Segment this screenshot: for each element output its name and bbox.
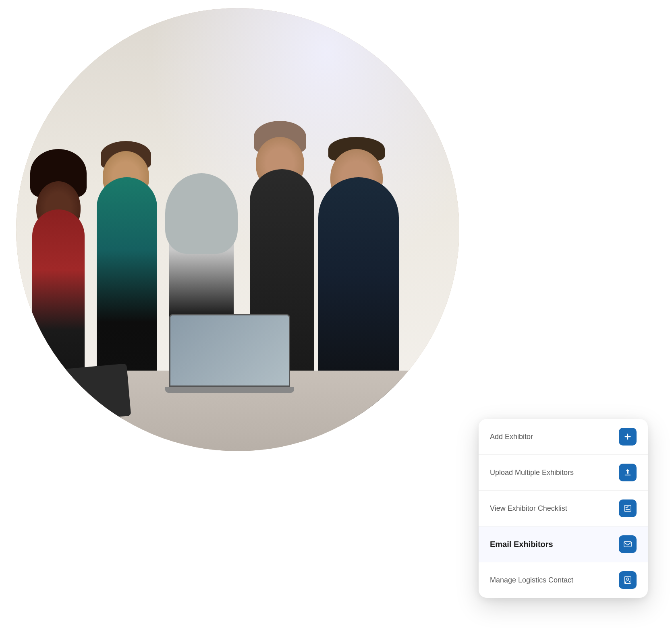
menu-item-view-checklist[interactable]: View Exhibitor Checklist — [479, 491, 648, 526]
laptop — [169, 314, 290, 403]
action-menu: Add Exhibitor Upload Multiple Exhibitors… — [479, 419, 648, 598]
menu-label-manage-logistics: Manage Logistics Contact — [490, 576, 573, 584]
menu-item-email-exhibitors[interactable]: Email Exhibitors — [479, 526, 648, 562]
main-scene: Add Exhibitor Upload Multiple Exhibitors… — [0, 0, 672, 630]
menu-label-email-exhibitors: Email Exhibitors — [490, 540, 553, 549]
hero-photo — [16, 8, 459, 451]
svg-rect-0 — [625, 475, 631, 476]
menu-label-upload-exhibitors: Upload Multiple Exhibitors — [490, 468, 574, 477]
menu-item-manage-logistics[interactable]: Manage Logistics Contact — [479, 562, 648, 598]
upload-icon — [623, 468, 632, 477]
email-icon — [623, 540, 632, 549]
svg-point-5 — [626, 578, 629, 580]
manage-logistics-icon-btn[interactable] — [619, 571, 637, 589]
add-exhibitor-icon-btn[interactable] — [619, 428, 637, 446]
menu-label-add-exhibitor: Add Exhibitor — [490, 433, 533, 441]
menu-item-upload-exhibitors[interactable]: Upload Multiple Exhibitors — [479, 455, 648, 491]
checklist-icon — [623, 504, 632, 513]
tablet — [54, 363, 131, 422]
upload-exhibitors-icon-btn[interactable] — [619, 464, 637, 481]
menu-label-view-checklist: View Exhibitor Checklist — [490, 504, 567, 513]
menu-item-add-exhibitor[interactable]: Add Exhibitor — [479, 419, 648, 455]
email-exhibitors-icon-btn[interactable] — [619, 535, 637, 553]
svg-rect-1 — [624, 506, 631, 512]
svg-rect-3 — [624, 542, 631, 547]
plus-icon — [623, 432, 632, 441]
contact-icon — [623, 576, 632, 584]
view-checklist-icon-btn[interactable] — [619, 499, 637, 517]
